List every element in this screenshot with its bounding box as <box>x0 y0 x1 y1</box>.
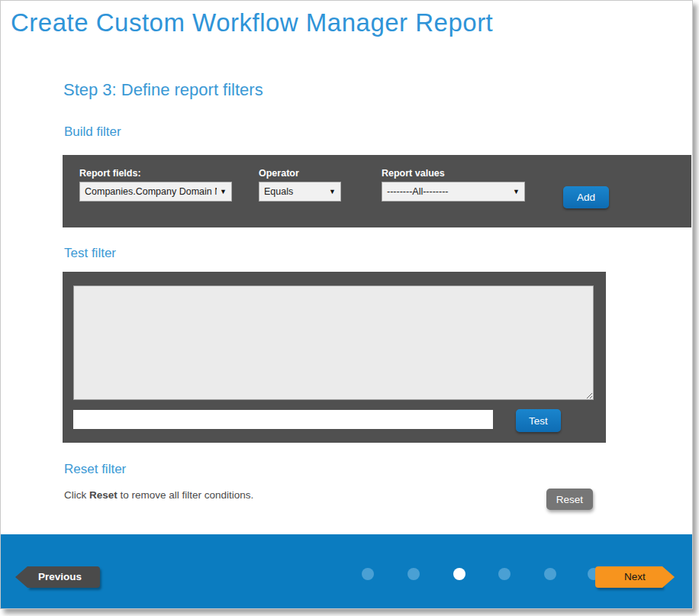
report-values-selected-value: --------All-------- <box>387 186 510 197</box>
step-progress-dots <box>1 534 692 608</box>
step-dot-2 <box>407 568 420 580</box>
reset-description-prefix: Click <box>64 489 89 501</box>
chevron-down-icon: ▼ <box>329 188 336 195</box>
add-button[interactable]: Add <box>563 186 609 208</box>
wizard-page: Create Custom Workflow Manager Report St… <box>0 0 693 609</box>
report-fields-select[interactable]: Companies.Company Domain Na ▼ <box>79 182 232 202</box>
arrow-right-icon <box>662 566 675 588</box>
wizard-footer: Previous Next <box>1 534 692 608</box>
operator-selected-value: Equals <box>264 186 326 197</box>
build-filter-panel: Report fields: Companies.Company Domain … <box>63 155 691 227</box>
build-filter-heading: Build filter <box>64 124 121 140</box>
next-button[interactable]: Next <box>595 566 662 588</box>
reset-filter-heading: Reset filter <box>64 462 126 477</box>
report-fields-label: Report fields: <box>79 168 141 179</box>
step-dot-4 <box>498 568 511 580</box>
test-filter-panel: Test <box>63 272 606 443</box>
operator-select[interactable]: Equals ▼ <box>259 182 341 202</box>
filter-expression-textarea[interactable] <box>73 285 594 400</box>
next-button-label: Next <box>595 566 662 588</box>
reset-description-bold: Reset <box>89 489 118 501</box>
test-filter-heading: Test filter <box>64 246 116 261</box>
report-fields-selected-value: Companies.Company Domain Na <box>85 186 217 197</box>
reset-filter-description: Click Reset to remove all filter conditi… <box>64 489 253 501</box>
chevron-down-icon: ▼ <box>220 188 227 195</box>
step-heading: Step 3: Define report filters <box>63 80 263 100</box>
step-dot-3-active <box>453 568 465 580</box>
operator-label: Operator <box>259 168 299 179</box>
page-title: Create Custom Workflow Manager Report <box>11 8 493 37</box>
reset-button[interactable]: Reset <box>546 489 593 510</box>
test-button[interactable]: Test <box>516 409 561 432</box>
reset-description-suffix: to remove all filter conditions. <box>118 489 254 501</box>
test-value-input[interactable] <box>73 410 493 429</box>
report-values-select[interactable]: --------All-------- ▼ <box>382 182 525 202</box>
chevron-down-icon: ▼ <box>513 188 520 195</box>
step-dot-1 <box>362 568 374 580</box>
step-dot-5 <box>544 568 556 580</box>
report-values-label: Report values <box>382 168 445 179</box>
